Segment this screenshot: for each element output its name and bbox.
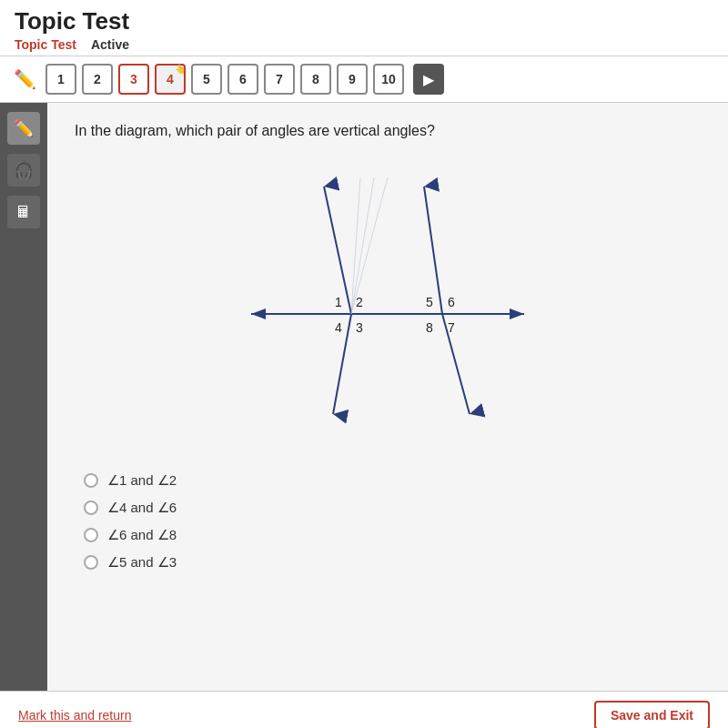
svg-text:1: 1 (335, 295, 342, 309)
svg-text:3: 3 (356, 320, 363, 335)
radio-1[interactable] (84, 473, 98, 488)
svg-text:2: 2 (356, 295, 363, 309)
svg-text:5: 5 (426, 295, 433, 309)
diagram-svg: 1 2 4 3 5 6 8 7 (233, 159, 542, 450)
svg-line-4 (442, 314, 470, 414)
choice-1[interactable]: ∠1 and ∠2 (84, 472, 701, 489)
choice-text-3: ∠6 and ∠8 (107, 527, 177, 543)
question-panel: In the diagram, which pair of angles are… (47, 103, 728, 691)
question-nav-bar: ✏️ 1 2 3 4 👆 5 6 7 8 9 10 ▶ (0, 56, 728, 103)
svg-text:8: 8 (426, 320, 433, 335)
breadcrumb: Topic Test Active (15, 37, 713, 52)
question-nav-8[interactable]: 8 (300, 64, 331, 95)
svg-text:7: 7 (448, 320, 455, 335)
question-nav-6[interactable]: 6 (228, 64, 258, 95)
bottom-bar: Mark this and return Save and Exit (0, 691, 728, 728)
breadcrumb-link[interactable]: Topic Test (15, 37, 76, 52)
choice-3[interactable]: ∠6 and ∠8 (84, 527, 701, 543)
question-nav-1[interactable]: 1 (46, 64, 76, 95)
question-nav-7[interactable]: 7 (264, 64, 295, 95)
svg-line-14 (351, 177, 374, 314)
question-nav-2[interactable]: 2 (82, 64, 113, 95)
question-nav-10[interactable]: 10 (373, 64, 404, 95)
pencil-nav-icon[interactable]: ✏️ (9, 64, 40, 95)
question-nav-9[interactable]: 9 (337, 64, 368, 95)
choice-2[interactable]: ∠4 and ∠6 (84, 500, 701, 516)
choice-text-4: ∠5 and ∠3 (107, 554, 177, 571)
choice-text-1: ∠1 and ∠2 (107, 472, 177, 489)
radio-2[interactable] (84, 500, 98, 515)
answer-choices: ∠1 and ∠2 ∠4 and ∠6 ∠6 and ∠8 ∠5 and ∠3 (84, 472, 701, 571)
question-nav-4[interactable]: 4 👆 (155, 64, 186, 95)
mark-return-button[interactable]: Mark this and return (18, 708, 132, 723)
svg-text:6: 6 (448, 295, 455, 309)
sidebar: ✏️ 🎧 🖩 (0, 103, 47, 691)
radio-4[interactable] (84, 555, 98, 570)
choice-4[interactable]: ∠5 and ∠3 (84, 554, 701, 571)
header: Topic Test Topic Test Active (0, 0, 728, 56)
diagram-container: 1 2 4 3 5 6 8 7 (75, 159, 701, 450)
sidebar-headphones-icon[interactable]: 🎧 (7, 154, 40, 187)
svg-line-15 (351, 177, 360, 314)
question-nav-3[interactable]: 3 (118, 64, 149, 95)
breadcrumb-active: Active (91, 37, 129, 52)
page-title: Topic Test (15, 7, 713, 35)
question-text: In the diagram, which pair of angles are… (75, 121, 701, 141)
svg-text:4: 4 (335, 320, 342, 335)
save-exit-button[interactable]: Save and Exit (594, 701, 710, 729)
sidebar-pencil-icon[interactable]: ✏️ (7, 112, 40, 145)
svg-line-13 (351, 177, 388, 314)
choice-text-2: ∠4 and ∠6 (107, 500, 177, 516)
question-nav-5[interactable]: 5 (191, 64, 222, 95)
nav-next-arrow[interactable]: ▶ (413, 64, 444, 95)
sidebar-calculator-icon[interactable]: 🖩 (7, 196, 40, 228)
radio-3[interactable] (84, 528, 98, 542)
main-area: ✏️ 🎧 🖩 In the diagram, which pair of ang… (0, 103, 728, 691)
